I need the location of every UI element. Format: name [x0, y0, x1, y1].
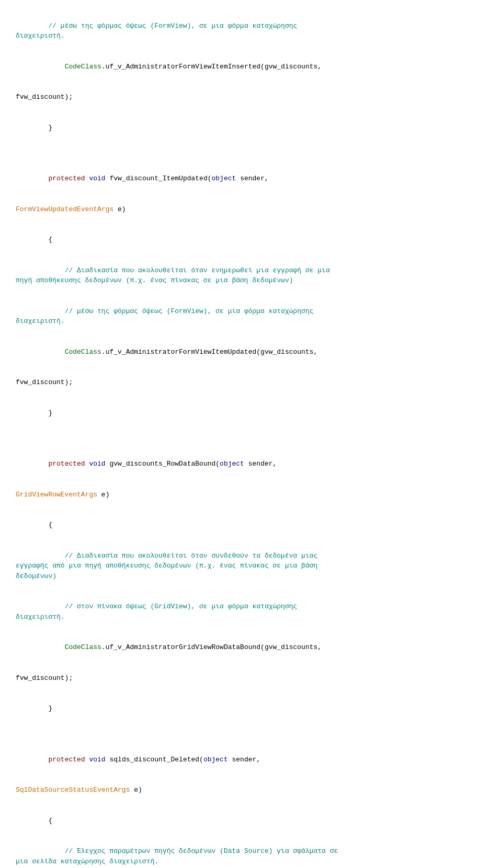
code-param-2: fvw_discount);	[16, 378, 73, 386]
comment-line-2: // Διαδικασία που ακολουθείται όταν ενημ…	[16, 267, 330, 285]
comment-line-4: // Διαδικασία που ακολουθείται όταν συνδ…	[16, 552, 317, 580]
code-protected-4: protected void sqlds_discount_Deleted(ob…	[16, 756, 260, 763]
code-protected-3: protected void gvw_discounts_RowDataBoun…	[16, 460, 277, 468]
code-brace-4: {	[16, 521, 52, 529]
comment-line-1: // μέσω της φόρμας όψεως (FormView), σε …	[16, 22, 297, 40]
code-brace-2: {	[16, 236, 52, 244]
comment-line-5: // στον πίνακα όψεως (GridView), σε μια …	[16, 603, 297, 621]
code-gridviewrow: GridViewRowEventArgs e)	[16, 491, 109, 499]
code-codeclass-3: CodeClass.uf_v_AdministratorGridViewRowD…	[16, 643, 322, 651]
code-param-3: fvw_discount);	[16, 674, 73, 682]
code-protected-2: protected void fvw_discount_ItemUpdated(…	[16, 175, 269, 182]
code-codeclass-1: CodeClass.uf_v_AdministratorFormViewItem…	[16, 63, 322, 71]
code-block-top: // μέσω της φόρμας όψεως (FormView), σε …	[16, 10, 486, 868]
code-formviewupdated: FormViewUpdatedEventArgs e)	[16, 205, 126, 213]
code-param-1: fvw_discount);	[16, 93, 73, 101]
comment-line-3: // μέσω της φόρμας όψεως (FormView), σε …	[16, 307, 314, 326]
code-sqldatasource: SqlDataSourceStatusEventArgs e)	[16, 786, 142, 794]
code-codeclass-2: CodeClass.uf_v_AdministratorFormViewItem…	[16, 348, 317, 356]
page-content: // μέσω της φόρμας όψεως (FormView), σε …	[16, 10, 486, 868]
code-brace-6: {	[16, 817, 52, 825]
code-brace-3: }	[16, 409, 52, 417]
code-brace-1: }	[16, 124, 52, 132]
code-brace-5: }	[16, 704, 52, 712]
comment-line-6: // Έλεγχος παραμέτρων πηγής δεδομένων (D…	[16, 847, 338, 865]
